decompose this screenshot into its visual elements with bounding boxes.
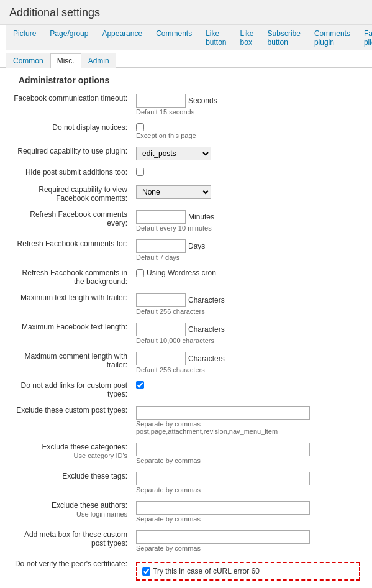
row-exclude-custom-post: Exclude these custom post types: Separat… bbox=[9, 402, 363, 439]
hint-exclude-authors: Separate by commas bbox=[136, 515, 360, 523]
label-meta-box: Add meta box for these custom post types… bbox=[9, 526, 134, 556]
value-no-links-custom bbox=[134, 377, 363, 402]
input-exclude-categories[interactable] bbox=[136, 443, 310, 456]
value-meta-box: Separate by commas bbox=[134, 526, 363, 556]
label-wordress-cron: Using Wordress cron bbox=[147, 269, 216, 277]
label-refresh-background: Refresh Facebook comments in the backgro… bbox=[9, 265, 134, 290]
tab-like-box[interactable]: Like box bbox=[234, 25, 261, 50]
value-hide-post-submit bbox=[134, 164, 363, 181]
value-refresh-every: Minutes Default every 10 minutes bbox=[134, 206, 363, 236]
tab-page-group[interactable]: Page/group bbox=[43, 25, 95, 50]
subtab-admin[interactable]: Admin bbox=[81, 53, 116, 68]
value-req-capability-view: None edit_posts manage_options bbox=[134, 181, 363, 206]
tab-subscribe-button[interactable]: Subscribe button bbox=[261, 25, 307, 50]
input-exclude-custom-post[interactable] bbox=[136, 406, 310, 420]
row-exclude-tags: Exclude these tags: Separate by commas bbox=[9, 468, 363, 497]
checkbox-no-links-custom[interactable] bbox=[136, 381, 144, 389]
row-fb-timeout: Facebook communication timeout: Seconds … bbox=[9, 90, 363, 119]
value-exclude-categories: Separate by commas bbox=[134, 439, 363, 468]
input-refresh-every[interactable] bbox=[136, 210, 186, 224]
hint-refresh-for: Default 7 days bbox=[136, 254, 360, 261]
value-refresh-for: Days Default 7 days bbox=[134, 236, 363, 265]
row-refresh-for: Refresh Facebook comments for: Days Defa… bbox=[9, 236, 363, 265]
value-bundled-ca: Try this in case of cURL error 60 bbox=[134, 584, 363, 588]
label-max-comment-length: Maximum comment length with trailer: bbox=[9, 348, 134, 377]
settings-container: Administrator options Facebook communica… bbox=[0, 68, 372, 588]
hint-exclude-tags: Separate by commas bbox=[136, 486, 360, 494]
label-fb-timeout: Facebook communication timeout: bbox=[9, 90, 134, 119]
value-req-capability-use: edit_posts manage_options administrator bbox=[134, 143, 363, 164]
select-req-capability-view[interactable]: None edit_posts manage_options bbox=[136, 185, 211, 199]
value-exclude-tags: Separate by commas bbox=[134, 468, 363, 497]
label-minutes: Minutes bbox=[188, 213, 214, 221]
select-req-capability-use[interactable]: edit_posts manage_options administrator bbox=[136, 147, 211, 160]
label-req-capability-use: Required capability to use plugin: bbox=[9, 143, 134, 164]
row-exclude-authors: Exclude these authors: Use login names S… bbox=[9, 497, 363, 526]
row-max-text-length: Maximum text length with trailer: Charac… bbox=[9, 290, 363, 319]
hint-fb-timeout: Default 15 seconds bbox=[136, 108, 360, 116]
value-max-comment-length: Characters Default 256 characters bbox=[134, 348, 363, 377]
hint-exclude-custom-post: Separate by commas bbox=[136, 420, 360, 428]
label-exclude-tags: Exclude these tags: bbox=[9, 468, 134, 497]
row-verify-peer: Do not verify the peer's certificate: Tr… bbox=[9, 556, 363, 584]
input-max-fb-text[interactable] bbox=[136, 323, 186, 336]
label-days: Days bbox=[188, 242, 205, 250]
row-req-capability-view: Required capability to view Facebook com… bbox=[9, 181, 363, 206]
input-exclude-tags[interactable] bbox=[136, 472, 310, 485]
row-no-links-custom: Do not add links for custom post types: bbox=[9, 377, 363, 402]
label-req-capability-view: Required capability to view Facebook com… bbox=[9, 181, 134, 206]
label-verify-peer: Do not verify the peer's certificate: bbox=[9, 556, 134, 584]
value-exclude-authors: Separate by commas bbox=[134, 497, 363, 526]
hint-do-not-display: Except on this page bbox=[136, 132, 360, 139]
tab-appearance[interactable]: Appearance bbox=[95, 25, 149, 50]
checkbox-hide-post-submit[interactable] bbox=[136, 168, 144, 176]
row-do-not-display: Do not display notices: Except on this p… bbox=[9, 119, 363, 143]
value-refresh-background: Using Wordress cron bbox=[134, 265, 363, 290]
section-title: Administrator options bbox=[9, 68, 363, 90]
tab-comments-plugin[interactable]: Comments plugin bbox=[307, 25, 357, 50]
tab-picture[interactable]: Picture bbox=[6, 25, 43, 50]
row-exclude-categories: Exclude these categories: Use category I… bbox=[9, 439, 363, 468]
dashed-box-verify: Try this in case of cURL error 60 bbox=[136, 562, 360, 581]
row-req-capability-use: Required capability to use plugin: edit_… bbox=[9, 143, 363, 164]
label-max-fb-text: Maximum Facebook text length: bbox=[9, 319, 134, 348]
tab-comments[interactable]: Comments bbox=[149, 25, 199, 50]
page-title: Additional settings bbox=[0, 0, 372, 25]
label-characters-2: Characters bbox=[188, 325, 225, 334]
checkbox-refresh-background[interactable] bbox=[136, 269, 144, 277]
label-do-not-display: Do not display notices: bbox=[9, 119, 134, 143]
tab-like-button[interactable]: Like button bbox=[199, 25, 233, 50]
hint-meta-box: Separate by commas bbox=[136, 544, 360, 552]
value-verify-peer: Try this in case of cURL error 60 bbox=[134, 556, 363, 584]
input-exclude-authors[interactable] bbox=[136, 501, 310, 515]
input-max-text-length[interactable] bbox=[136, 293, 186, 307]
input-max-comment-length[interactable] bbox=[136, 352, 186, 365]
hint-max-comment-length: Default 256 characters bbox=[136, 366, 360, 374]
label-curl-error-60-verify: Try this in case of cURL error 60 bbox=[153, 567, 260, 576]
label-exclude-custom-post: Exclude these custom post types: bbox=[9, 402, 134, 439]
label-refresh-every: Refresh Facebook comments every: bbox=[9, 206, 134, 236]
value-exclude-custom-post: Separate by commas post,page,attachment,… bbox=[134, 402, 363, 439]
label-refresh-for: Refresh Facebook comments for: bbox=[9, 236, 134, 265]
input-fb-timeout[interactable] bbox=[136, 94, 186, 108]
value-fb-timeout: Seconds Default 15 seconds bbox=[134, 90, 363, 119]
row-max-fb-text: Maximum Facebook text length: Characters… bbox=[9, 319, 363, 348]
checkbox-do-not-display[interactable] bbox=[136, 123, 144, 131]
tab-face-pile[interactable]: Face pile bbox=[357, 25, 372, 50]
subtab-common[interactable]: Common bbox=[6, 53, 50, 68]
hint2-exclude-custom-post: post,page,attachment,revision,nav_menu_i… bbox=[136, 428, 360, 435]
input-meta-box[interactable] bbox=[136, 530, 310, 544]
hint-refresh-every: Default every 10 minutes bbox=[136, 224, 360, 232]
subtab-misc[interactable]: Misc. bbox=[50, 53, 81, 68]
label-characters-3: Characters bbox=[188, 354, 225, 363]
label-characters-1: Characters bbox=[188, 296, 225, 305]
label-category-ids: Use category ID's bbox=[74, 452, 127, 459]
hint-max-text-length: Default 256 characters bbox=[136, 308, 360, 315]
top-tabs-container: Picture Page/group Appearance Comments L… bbox=[0, 25, 372, 50]
value-max-text-length: Characters Default 256 characters bbox=[134, 290, 363, 319]
row-meta-box: Add meta box for these custom post types… bbox=[9, 526, 363, 556]
row-refresh-background: Refresh Facebook comments in the backgro… bbox=[9, 265, 363, 290]
row-refresh-every: Refresh Facebook comments every: Minutes… bbox=[9, 206, 363, 236]
checkbox-verify-peer[interactable] bbox=[142, 567, 150, 576]
input-refresh-for[interactable] bbox=[136, 239, 186, 253]
